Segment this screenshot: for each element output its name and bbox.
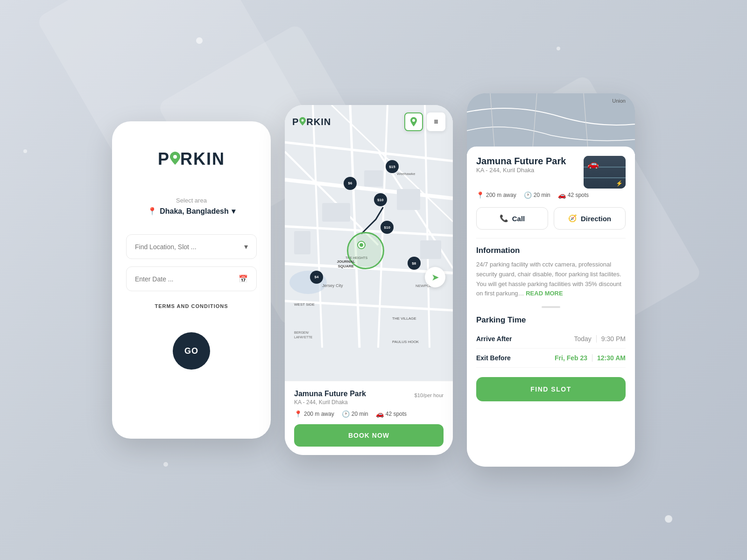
time-value-divider-2	[592, 354, 592, 362]
card-park-address: KA - 244, Kuril Dhaka	[294, 399, 366, 406]
detail-distance-text: 200 m away	[486, 192, 516, 198]
map-marker-s10-top[interactable]: $10	[374, 193, 387, 206]
logo-container: P RKIN	[158, 149, 225, 169]
parking-time-title: Parking Time	[476, 315, 626, 325]
time-value-divider-1	[596, 335, 597, 343]
arrive-after-row: Arrive After Today 9:30 PM	[476, 329, 626, 349]
detail-spots-chip: 🚗 42 spots	[558, 191, 589, 199]
journal-square-label: JOURNAL SQUARE	[332, 259, 360, 268]
svg-point-29	[302, 119, 304, 122]
detail-content: Jamuna Future Park KA - 244, Kuril Dhaka…	[467, 147, 635, 467]
section-separator	[476, 306, 626, 308]
marker-label: $8	[412, 261, 416, 266]
card-price: $10/per hour	[415, 390, 444, 399]
map-marker-s8[interactable]: $8	[408, 257, 421, 270]
calendar-icon: 📅	[239, 274, 248, 283]
detail-info-row: 📍 200 m away 🕐 20 min 🚗 42 spots	[476, 191, 626, 199]
call-button-label: Call	[512, 215, 525, 223]
detail-distance-icon: 📍	[476, 191, 484, 199]
marker-label: $15	[389, 165, 395, 169]
arrive-time: 9:30 PM	[601, 335, 626, 343]
information-text: 24/7 parking facility with cctv camera, …	[476, 260, 626, 299]
svg-text:Jersey City: Jersey City	[322, 283, 343, 288]
screen-welcome: P RKIN Select area 📍 Dhaka, Bangladesh ▾…	[112, 121, 271, 439]
car-icon: 🚗	[376, 410, 384, 418]
detail-park-title: Jamuna Future Park	[476, 156, 566, 167]
svg-point-0	[173, 155, 177, 159]
terms-link[interactable]: TERMS AND CONDITIONS	[155, 303, 228, 309]
logo-p: P	[158, 149, 170, 169]
map-area[interactable]: Jersey City Weehawke WEST SIDE THE VILLA…	[285, 105, 453, 381]
read-more-link[interactable]: READ MORE	[526, 290, 563, 297]
card-top-row: Jamuna Future Park KA - 244, Kuril Dhaka…	[294, 390, 444, 406]
action-buttons: 📞 Call 🧭 Direction	[476, 207, 626, 230]
location-text: Dhaka, Bangladesh	[160, 207, 229, 216]
exit-day: Fri, Feb 23	[555, 354, 587, 362]
map-marker-s6[interactable]: $6	[344, 177, 357, 190]
svg-rect-17	[294, 231, 310, 254]
svg-rect-18	[420, 240, 441, 259]
map-location-button[interactable]	[404, 112, 423, 131]
direction-icon: 🧭	[568, 214, 577, 223]
select-area-label: Select area	[176, 197, 207, 204]
svg-rect-14	[322, 203, 350, 222]
map-marker-s15[interactable]: $15	[386, 160, 399, 173]
marker-label: $4	[315, 275, 319, 279]
enter-date-input[interactable]	[135, 275, 239, 283]
detail-time-text: 20 min	[534, 192, 550, 198]
location-pin-icon: 📍	[148, 207, 157, 216]
marker-label: $10	[377, 198, 383, 202]
detail-time-icon: 🕐	[524, 191, 532, 199]
book-now-button[interactable]: BOOK NOW	[294, 424, 444, 447]
map-marker-s4[interactable]: $4	[310, 271, 323, 284]
detail-car-icon: 🚗	[558, 191, 566, 199]
direction-button-label: Direction	[581, 215, 611, 223]
hamburger-icon: ≡	[434, 118, 438, 126]
distance-text: 200 m away	[304, 411, 334, 417]
exit-before-label: Exit Before	[476, 354, 511, 362]
find-slot-button[interactable]: FIND SLOT	[476, 377, 626, 401]
svg-rect-16	[397, 189, 420, 210]
time-text: 20 min	[352, 411, 368, 417]
call-button[interactable]: 📞 Call	[476, 207, 548, 230]
bg-dot-2	[23, 149, 27, 153]
information-section: Information 24/7 parking facility with c…	[476, 246, 626, 299]
detail-spots-text: 42 spots	[568, 192, 589, 198]
arrive-day: Today	[574, 335, 592, 343]
map-current-location	[358, 242, 365, 248]
direction-button[interactable]: 🧭 Direction	[554, 207, 626, 230]
card-info-row: 📍 200 m away 🕐 20 min 🚗 42 spots	[294, 410, 444, 418]
find-location-input[interactable]	[135, 243, 244, 251]
screen-map: Jersey City Weehawke WEST SIDE THE VILLA…	[285, 105, 453, 455]
union-label: Union	[612, 98, 626, 104]
find-location-field[interactable]: ▾	[126, 234, 257, 259]
app-logo: P RKIN	[158, 149, 225, 169]
enter-date-field[interactable]: 📅	[126, 266, 257, 291]
marker-label: $6	[348, 181, 352, 185]
detail-title-block: Jamuna Future Park KA - 244, Kuril Dhaka	[476, 156, 566, 179]
bg-dot-4	[665, 515, 672, 523]
parked-car-icon: 🚗	[587, 158, 599, 169]
svg-point-30	[412, 119, 415, 122]
map-pin-icon	[409, 117, 418, 126]
spots-chip: 🚗 42 spots	[376, 410, 407, 418]
information-title: Information	[476, 246, 626, 255]
go-button[interactable]: GO	[173, 332, 210, 370]
garage-floor-2	[584, 177, 626, 178]
drag-handle	[542, 306, 560, 308]
compass-button[interactable]: ➤	[425, 267, 445, 287]
screens-container: P RKIN Select area 📍 Dhaka, Bangladesh ▾…	[112, 93, 635, 467]
detail-distance-chip: 📍 200 m away	[476, 191, 516, 199]
location-selector[interactable]: 📍 Dhaka, Bangladesh ▾	[148, 207, 235, 216]
svg-text:Weehawke: Weehawke	[397, 172, 416, 176]
map-menu-button[interactable]: ≡	[427, 112, 445, 131]
logo-pin-icon	[170, 149, 180, 169]
detail-map-overlay	[467, 93, 635, 154]
time-icon: 🕐	[342, 410, 350, 418]
map-logo-rkin: RKIN	[306, 117, 331, 127]
exit-before-row: Exit Before Fri, Feb 23 12:30 AM	[476, 349, 626, 368]
map-header: P RKIN ≡	[285, 105, 453, 139]
divider-1	[476, 238, 626, 238]
card-info: Jamuna Future Park KA - 244, Kuril Dhaka	[294, 390, 366, 406]
exit-time: 12:30 AM	[597, 354, 626, 362]
